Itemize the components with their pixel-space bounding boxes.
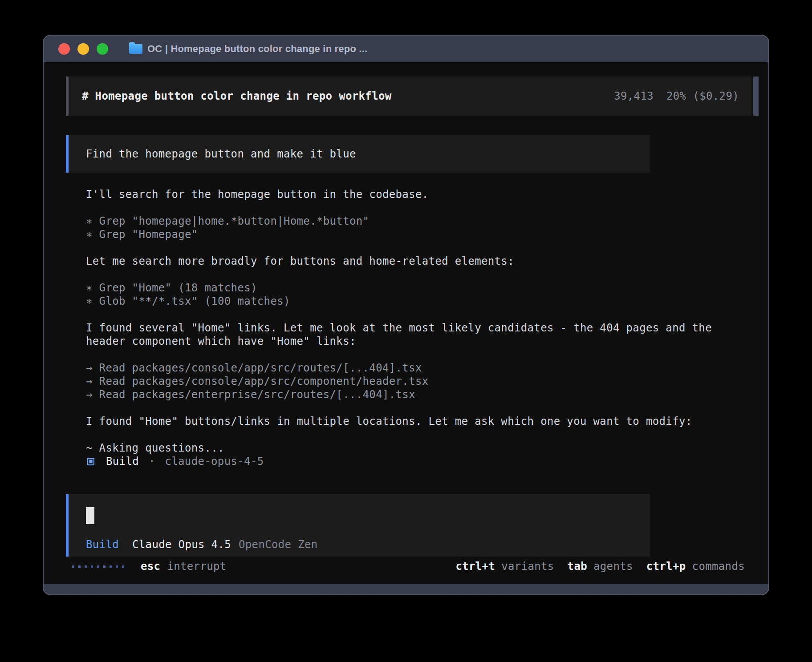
shortcut-key: ctrl+p [646,560,686,573]
prompt-input[interactable]: Build Claude Opus 4.5 OpenCode Zen [66,494,650,557]
session-stats: 39,413 20% ($0.29) [614,90,739,102]
build-line: Build · claude-opus-4-5 [86,455,754,468]
conversation: I'll search for the homepage button in t… [86,188,754,468]
conversation-line [86,241,754,254]
shortcut-label: variants [501,560,554,573]
session-cost: ($0.29) [693,90,739,102]
scrollbar-thumb[interactable] [753,77,759,116]
conversation-line: I found "Home" buttons/links in multiple… [86,415,754,428]
minimize-button[interactable] [77,43,89,55]
user-message-text: Find the homepage button and make it blu… [86,148,356,160]
close-button[interactable] [58,43,70,55]
conversation-line: ∗ Grep "Homepage" [86,228,754,241]
activity-spinner-dots [72,565,124,568]
context-percent: 20% [666,90,686,102]
conversation-line: → Read packages/console/app/src/componen… [86,375,754,388]
text-cursor [86,507,94,524]
spinner-dot [72,565,74,568]
conversation-line: Let me search more broadly for buttons a… [86,254,754,268]
shortcut-key: ctrl+t [455,560,495,573]
spinner-dot [110,565,112,568]
esc-key-hint: esc [141,560,160,573]
shortcut-key: tab [568,560,587,573]
session-title: # Homepage button color change in repo w… [82,90,392,102]
spinner-dot [122,565,124,568]
spinner-dot [103,565,106,568]
conversation-line: ~ Asking questions... [86,441,754,455]
shortcut-hints: ctrl+tvariantstabagentsctrl+pcommands [455,560,745,573]
conversation-line: ∗ Glob "**/*.tsx" (100 matches) [86,295,754,308]
session-header: # Homepage button color change in repo w… [66,77,751,116]
shortcut-label: commands [692,560,745,573]
conversation-line: I'll search for the homepage button in t… [86,188,754,201]
spinner-dot [78,565,81,568]
esc-key-label: interrupt [167,560,226,573]
conversation-line: ∗ Grep "homepage|home.*button|Home.*butt… [86,214,754,228]
conversation-line: → Read packages/console/app/src/routes/[… [86,361,754,375]
input-model-label: Claude Opus 4.5 [132,538,231,551]
input-agent-label: Build [86,538,119,551]
conversation-line: I found several "Home" links. Let me loo… [86,321,754,335]
build-agent-icon [87,458,94,465]
build-model-name: claude-opus-4-5 [165,455,264,468]
conversation-line: header component which have "Home" links… [86,335,754,348]
build-agent-name: Build [106,455,139,468]
spinner-dot [85,565,87,568]
conversation-line [86,401,754,415]
zoom-button[interactable] [97,43,108,55]
folder-icon [129,44,142,54]
terminal-window: OC | Homepage button color change in rep… [43,35,769,595]
conversation-line [86,428,754,441]
conversation-line [86,268,754,281]
shortcut-hint: ctrl+pcommands [646,560,745,573]
conversation-line [86,308,754,321]
conversation-line: → Read packages/enterprise/src/routes/[.… [86,388,754,401]
window-bottom-frame [44,584,768,594]
conversation-lines: I'll search for the homepage button in t… [86,188,754,455]
spinner-dot [116,565,118,568]
window-titlebar: OC | Homepage button color change in rep… [44,36,768,62]
conversation-line [86,201,754,214]
spinner-dot [91,565,93,568]
spinner-dot [97,565,99,568]
input-status-row: Build Claude Opus 4.5 OpenCode Zen [86,538,318,551]
status-bar: esc interrupt ctrl+tvariantstabagentsctr… [72,560,745,573]
shortcut-hint: tabagents [568,560,633,573]
window-title: OC | Homepage button color change in rep… [147,43,367,55]
shortcut-hint: ctrl+tvariants [455,560,554,573]
user-message: Find the homepage button and make it blu… [66,135,650,173]
conversation-line [86,348,754,361]
shortcut-label: agents [593,560,633,573]
conversation-line: ∗ Grep "Home" (18 matches) [86,281,754,295]
build-separator: · [149,455,155,468]
token-count: 39,413 [614,90,654,102]
input-provider-label: OpenCode Zen [239,538,318,551]
